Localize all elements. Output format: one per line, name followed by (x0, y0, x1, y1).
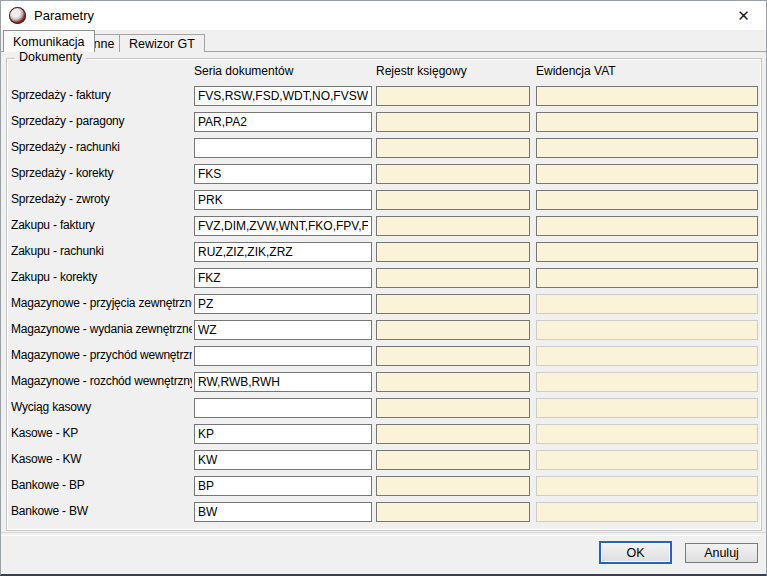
tab-rewizor-gt[interactable]: Rewizor GT (119, 34, 205, 52)
ewidencja-vat-input[interactable] (536, 450, 758, 470)
seria-dokumentow-input[interactable] (194, 320, 372, 340)
tab-komunikacja[interactable]: Komunikacja (3, 30, 95, 52)
ewidencja-vat-input[interactable] (536, 216, 758, 236)
row-label: Magazynowe - rozchód wewnętrzny (11, 374, 192, 388)
form-row: Zakupu - faktury (7, 213, 761, 239)
seria-dokumentow-input[interactable] (194, 450, 372, 470)
form-row: Magazynowe - przychód wewnętrzny (7, 343, 761, 369)
rows-container: Sprzedaży - faktury Sprzedaży - paragony… (7, 83, 761, 525)
form-row: Magazynowe - wydania zewnętrzne (7, 317, 761, 343)
seria-dokumentow-input[interactable] (194, 216, 372, 236)
row-label: Zakupu - rachunki (11, 244, 192, 258)
form-row: Wyciąg kasowy (7, 395, 761, 421)
ewidencja-vat-input[interactable] (536, 502, 758, 522)
row-label: Zakupu - faktury (11, 218, 192, 232)
rejestr-ksiegowy-input[interactable] (376, 164, 530, 184)
row-label: Bankowe - BW (11, 504, 192, 518)
ewidencja-vat-input[interactable] (536, 112, 758, 132)
row-label: Sprzedaży - paragony (11, 114, 192, 128)
form-row: Bankowe - BP (7, 473, 761, 499)
app-icon (9, 7, 26, 24)
ewidencja-vat-input[interactable] (536, 164, 758, 184)
tab-bar: Komunikacja Inne Rewizor GT (1, 31, 766, 52)
column-header-seria: Seria dokumentów (194, 64, 293, 78)
rejestr-ksiegowy-input[interactable] (376, 268, 530, 288)
rejestr-ksiegowy-input[interactable] (376, 476, 530, 496)
form-row: Zakupu - rachunki (7, 239, 761, 265)
ewidencja-vat-input[interactable] (536, 346, 758, 366)
rejestr-ksiegowy-input[interactable] (376, 138, 530, 158)
rejestr-ksiegowy-input[interactable] (376, 502, 530, 522)
row-label: Kasowe - KW (11, 452, 192, 466)
ewidencja-vat-input[interactable] (536, 294, 758, 314)
row-label: Sprzedaży - rachunki (11, 140, 192, 154)
parametry-dialog: Parametry ✕ Komunikacja Inne Rewizor GT … (0, 0, 767, 576)
row-label: Magazynowe - wydania zewnętrzne (11, 322, 192, 336)
seria-dokumentow-input[interactable] (194, 476, 372, 496)
seria-dokumentow-input[interactable] (194, 294, 372, 314)
form-row: Bankowe - BW (7, 499, 761, 525)
rejestr-ksiegowy-input[interactable] (376, 242, 530, 262)
ewidencja-vat-input[interactable] (536, 424, 758, 444)
form-row: Zakupu - korekty (7, 265, 761, 291)
seria-dokumentow-input[interactable] (194, 190, 372, 210)
rejestr-ksiegowy-input[interactable] (376, 86, 530, 106)
seria-dokumentow-input[interactable] (194, 112, 372, 132)
rejestr-ksiegowy-input[interactable] (376, 424, 530, 444)
row-label: Zakupu - korekty (11, 270, 192, 284)
form-row: Sprzedaży - rachunki (7, 135, 761, 161)
cancel-button[interactable]: Anuluj (685, 543, 758, 563)
ewidencja-vat-input[interactable] (536, 476, 758, 496)
column-header-ewidencja-vat: Ewidencja VAT (536, 64, 616, 78)
form-row: Sprzedaży - zwroty (7, 187, 761, 213)
dokumenty-groupbox: Dokumenty Seria dokumentów Rejestr księg… (6, 58, 762, 531)
rejestr-ksiegowy-input[interactable] (376, 450, 530, 470)
form-row: Sprzedaży - paragony (7, 109, 761, 135)
rejestr-ksiegowy-input[interactable] (376, 294, 530, 314)
ewidencja-vat-input[interactable] (536, 398, 758, 418)
row-label: Wyciąg kasowy (11, 400, 192, 414)
rejestr-ksiegowy-input[interactable] (376, 398, 530, 418)
rejestr-ksiegowy-input[interactable] (376, 112, 530, 132)
row-label: Bankowe - BP (11, 478, 192, 492)
ewidencja-vat-input[interactable] (536, 268, 758, 288)
ewidencja-vat-input[interactable] (536, 190, 758, 210)
seria-dokumentow-input[interactable] (194, 398, 372, 418)
ok-button[interactable]: OK (599, 541, 672, 564)
seria-dokumentow-input[interactable] (194, 138, 372, 158)
seria-dokumentow-input[interactable] (194, 502, 372, 522)
seria-dokumentow-input[interactable] (194, 346, 372, 366)
rejestr-ksiegowy-input[interactable] (376, 346, 530, 366)
close-icon[interactable]: ✕ (721, 1, 766, 30)
form-row: Kasowe - KW (7, 447, 761, 473)
ewidencja-vat-input[interactable] (536, 242, 758, 262)
form-row: Kasowe - KP (7, 421, 761, 447)
seria-dokumentow-input[interactable] (194, 242, 372, 262)
row-label: Sprzedaży - korekty (11, 166, 192, 180)
row-label: Magazynowe - przychód wewnętrzny (11, 348, 192, 362)
rejestr-ksiegowy-input[interactable] (376, 190, 530, 210)
column-header-rejestr: Rejestr księgowy (376, 64, 467, 78)
rejestr-ksiegowy-input[interactable] (376, 372, 530, 392)
rejestr-ksiegowy-input[interactable] (376, 320, 530, 340)
form-row: Magazynowe - rozchód wewnętrzny (7, 369, 761, 395)
column-headers: Seria dokumentów Rejestr księgowy Ewiden… (7, 59, 761, 83)
form-row: Magazynowe - przyjęcia zewnętrzne (7, 291, 761, 317)
rejestr-ksiegowy-input[interactable] (376, 216, 530, 236)
ewidencja-vat-input[interactable] (536, 86, 758, 106)
seria-dokumentow-input[interactable] (194, 268, 372, 288)
row-label: Sprzedaży - faktury (11, 88, 192, 102)
seria-dokumentow-input[interactable] (194, 164, 372, 184)
seria-dokumentow-input[interactable] (194, 372, 372, 392)
row-label: Sprzedaży - zwroty (11, 192, 192, 206)
window-title: Parametry (34, 8, 94, 23)
titlebar: Parametry ✕ (1, 1, 766, 30)
ewidencja-vat-input[interactable] (536, 372, 758, 392)
row-label: Magazynowe - przyjęcia zewnętrzne (11, 296, 192, 310)
ewidencja-vat-input[interactable] (536, 320, 758, 340)
form-row: Sprzedaży - korekty (7, 161, 761, 187)
seria-dokumentow-input[interactable] (194, 86, 372, 106)
ewidencja-vat-input[interactable] (536, 138, 758, 158)
bottom-separator (1, 532, 766, 536)
seria-dokumentow-input[interactable] (194, 424, 372, 444)
